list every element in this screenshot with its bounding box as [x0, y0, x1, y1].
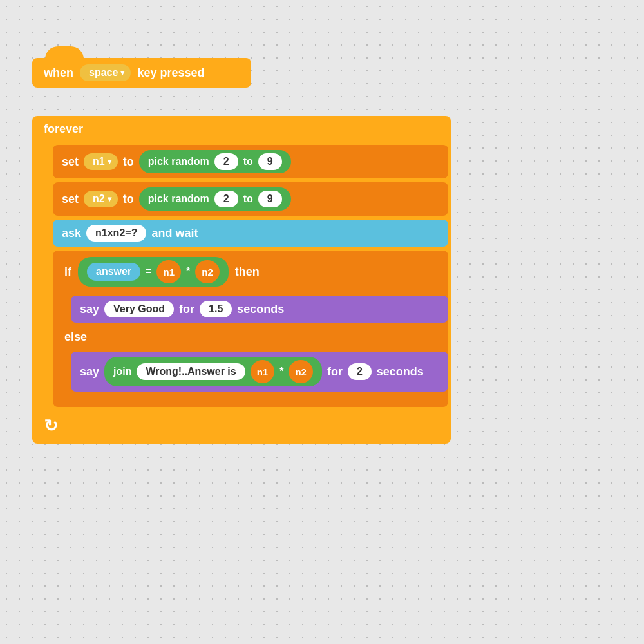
forever-block: forever set n1 ▾ to pick random 2 to 9 — [32, 116, 451, 444]
from-value-1[interactable]: 2 — [214, 153, 238, 170]
say2-label: say — [80, 365, 99, 379]
for2-label: for — [327, 365, 343, 379]
to-value-2[interactable]: 9 — [258, 191, 282, 207]
pick-random-2: pick random 2 to 9 — [139, 187, 291, 211]
to-value-1[interactable]: 9 — [258, 153, 282, 170]
if-else-block: if answer = n1 * n2 — [53, 251, 448, 407]
ask-block: ask n1xn2=? and wait — [53, 220, 448, 247]
join-reporter: join Wrong!..Answer is n1 * n2 — [104, 357, 322, 386]
very-good-pill[interactable]: Very Good — [104, 301, 174, 317]
set1-to-label: to — [123, 155, 134, 169]
from-value-2[interactable]: 2 — [214, 191, 238, 207]
set1-label: set — [62, 155, 79, 169]
loop-arrow: ↺ — [44, 416, 58, 436]
and-wait-label: and wait — [151, 227, 198, 240]
say-2-block: say join Wrong!..Answer is n1 * n2 — [71, 352, 448, 392]
n1-circle-2: n1 — [251, 360, 275, 383]
else-body: say join Wrong!..Answer is n1 * n2 — [71, 349, 448, 397]
dropdown-arrow: ▾ — [120, 68, 124, 77]
join-label: join — [113, 366, 131, 377]
wrong-text-pill[interactable]: Wrong!..Answer is — [137, 363, 245, 380]
set2-to-label: to — [123, 193, 134, 206]
seconds2-label: seconds — [377, 365, 424, 379]
set-n2-block: set n2 ▾ to pick random 2 to 9 — [53, 182, 448, 216]
duration2-pill[interactable]: 2 — [348, 363, 372, 380]
n1-dropdown[interactable]: n1 ▾ — [84, 153, 118, 170]
duration1-pill[interactable]: 1.5 — [200, 301, 232, 317]
n2-dropdown[interactable]: n2 ▾ — [84, 191, 118, 207]
n2-circle-2: n2 — [289, 360, 313, 383]
key-pressed-label: key pressed — [137, 66, 204, 80]
pick-random-1: pick random 2 to 9 — [139, 150, 291, 173]
forever-label: forever — [44, 122, 83, 135]
if-body: say Very Good for 1.5 seconds — [71, 293, 448, 325]
n1-circle: n1 — [156, 260, 181, 283]
set2-label: set — [62, 193, 79, 206]
ask-label: ask — [62, 227, 81, 240]
say-1-block: say Very Good for 1.5 seconds — [71, 296, 448, 323]
hat-block: when space ▾ key pressed — [32, 58, 251, 88]
if-header: if answer = n1 * n2 — [53, 251, 448, 293]
then-label: then — [235, 265, 260, 279]
seconds1-label: seconds — [237, 303, 284, 316]
else-label: else — [53, 325, 448, 349]
question-pill[interactable]: n1xn2=? — [86, 225, 146, 242]
set-n1-block: set n1 ▾ to pick random 2 to 9 — [53, 145, 448, 178]
space-dropdown[interactable]: space ▾ — [80, 64, 131, 81]
n2-circle: n2 — [195, 260, 220, 283]
if-label: if — [64, 265, 71, 279]
answer-reporter: answer — [87, 263, 140, 281]
when-label: when — [44, 66, 73, 80]
for1-label: for — [179, 303, 194, 316]
condition-reporter: answer = n1 * n2 — [78, 257, 229, 287]
say1-label: say — [80, 303, 99, 316]
